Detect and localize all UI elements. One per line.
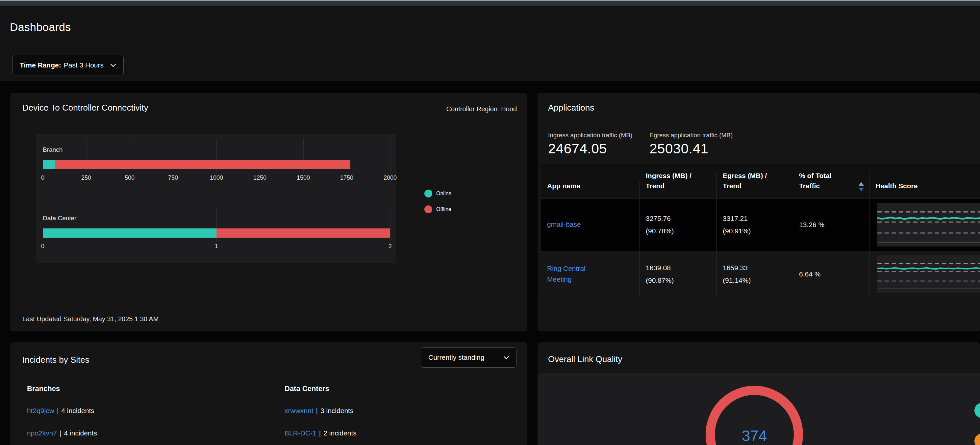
site-link[interactable]: ht2q9jcw — [27, 407, 54, 415]
page-header: Dashboards — [0, 6, 980, 49]
axis-tick-label: 0 — [41, 174, 45, 181]
incident-count: 4 incidents — [64, 429, 97, 437]
incidents-filter-value: Currently standing — [428, 354, 484, 361]
axis-tick-label: 1250 — [253, 174, 266, 181]
axis-tick-label: 0 — [41, 243, 45, 250]
ingress-cell: 3275.76 (90.78%) — [640, 198, 717, 251]
column-header-ingress[interactable]: Ingress (MB) / Trend — [640, 171, 717, 198]
bar-segment-offline[interactable] — [55, 160, 350, 169]
app-name-cell: gmail-base — [541, 198, 640, 251]
chart-legend: Online Offline — [424, 190, 451, 221]
offline-dot-icon — [424, 206, 432, 213]
axis-tick-label: 1 — [215, 243, 218, 250]
axis-ticks: 012 — [43, 243, 390, 252]
incident-list-item: BLR-DC-1|2 incidents — [285, 429, 356, 437]
incident-list-item: ht2q9jcw|4 incidents — [27, 407, 94, 415]
incident-count: 3 incidents — [320, 407, 353, 415]
data-centers-heading: Data Centers — [285, 384, 329, 393]
incidents-card: Incidents by Sites Currently standing Br… — [10, 342, 527, 445]
bar-segment-online[interactable] — [43, 228, 216, 238]
site-link[interactable]: npo2kvn7 — [27, 429, 57, 437]
dashboard-grid: Device To Controller Connectivity Contro… — [0, 81, 980, 445]
column-header-app-name[interactable]: App name — [541, 181, 640, 198]
device-connectivity-title: Device To Controller Connectivity — [22, 103, 148, 113]
table-row: gmail-base 3275.76 (90.78%) 3317.21 (90.… — [541, 198, 980, 251]
branch-bar-subplot: Branch 025050075010001250150017502000 — [43, 139, 390, 188]
legend-item-offline[interactable]: Offline — [424, 206, 451, 213]
traffic-metrics: Ingress application traffic (MB) 24674.0… — [548, 132, 733, 157]
branches-heading: Branches — [27, 384, 60, 393]
egress-cell: 3317.21 (90.91%) — [717, 198, 793, 251]
applications-card: Applications Ingress application traffic… — [538, 93, 980, 332]
site-link[interactable]: xrwwxnnt — [285, 407, 313, 415]
separator: | — [313, 407, 320, 415]
health-score-sparkline — [877, 203, 980, 247]
app-link[interactable]: Ring Central Meeting — [547, 263, 601, 285]
metric-label: Egress application traffic (MB) — [649, 132, 733, 139]
axis-tick-label: 1500 — [297, 174, 310, 181]
table-header-row: App name Ingress (MB) / Trend Egress (MB… — [541, 164, 980, 198]
filter-toolbar: Time Range: Past 3 Hours — [0, 49, 980, 81]
egress-cell: 1659.33 (91.14%) — [717, 251, 793, 297]
online-dot-icon — [424, 190, 432, 198]
link-quality-card: Overall Link Quality 374 — [538, 342, 980, 445]
metric-value: 24674.05 — [548, 141, 632, 157]
chevron-down-icon — [110, 64, 116, 67]
health-score-cell — [869, 251, 980, 297]
separator: | — [57, 429, 64, 437]
time-range-value: Past 3 Hours — [64, 61, 103, 69]
legend-item-online[interactable]: Online — [424, 190, 451, 198]
column-header-egress[interactable]: Egress (MB) / Trend — [717, 171, 793, 198]
total-traffic-cell: 13.26 % — [793, 198, 869, 251]
device-connectivity-chart: Branch 025050075010001250150017502000 Da… — [35, 134, 396, 263]
teal-legend-dot-icon — [974, 403, 980, 418]
legend-label: Online — [436, 191, 451, 196]
page-title: Dashboards — [10, 21, 71, 33]
time-range-label: Time Range: — [20, 61, 61, 69]
health-score-cell — [869, 198, 980, 251]
incident-list-item: npo2kvn7|4 incidents — [27, 429, 97, 437]
ingress-cell: 1639.08 (90.87%) — [640, 251, 717, 297]
sort-ascending-triangle-icon — [859, 182, 864, 186]
incidents-filter-dropdown[interactable]: Currently standing — [421, 347, 517, 368]
table-row: Ring Central Meeting 1639.08 (90.87%) 16… — [541, 251, 980, 297]
axis-tick-label: 250 — [81, 174, 91, 181]
link-quality-title: Overall Link Quality — [548, 354, 622, 364]
incidents-title: Incidents by Sites — [22, 355, 89, 365]
separator: | — [317, 429, 323, 437]
applications-table: App name Ingress (MB) / Trend Egress (MB… — [541, 164, 980, 297]
column-header-total-traffic[interactable]: % of Total Traffic — [793, 171, 869, 198]
site-link[interactable]: BLR-DC-1 — [285, 429, 317, 437]
sort-control[interactable] — [859, 182, 864, 191]
stacked-bar — [43, 160, 390, 169]
incident-count: 4 incidents — [61, 407, 94, 415]
applications-title: Applications — [548, 103, 594, 113]
ingress-metric: Ingress application traffic (MB) 24674.0… — [548, 132, 632, 157]
separator: | — [54, 407, 61, 415]
legend-label: Offline — [436, 206, 451, 212]
metric-value: 25030.41 — [649, 141, 733, 157]
stacked-bar — [43, 228, 390, 238]
device-connectivity-card: Device To Controller Connectivity Contro… — [10, 93, 527, 332]
gauge-value: 374 — [706, 427, 803, 445]
bar-category-label: Branch — [43, 146, 62, 153]
app-link[interactable]: gmail-base — [547, 219, 601, 230]
controller-region-label: Controller Region: Hood — [446, 105, 517, 113]
bar-category-label: Data Center — [43, 215, 76, 222]
bar-segment-online[interactable] — [43, 160, 55, 169]
time-range-dropdown[interactable]: Time Range: Past 3 Hours — [12, 55, 124, 75]
last-updated-text: Last Updated Saturday, May 31, 2025 1:30… — [22, 315, 159, 323]
axis-tick-label: 2 — [388, 243, 392, 250]
column-header-health-score[interactable]: Health Score — [869, 181, 980, 198]
incident-list-item: xrwwxnnt|3 incidents — [285, 407, 353, 415]
metric-label: Ingress application traffic (MB) — [548, 132, 632, 139]
os-titlebar — [0, 0, 980, 6]
axis-tick-label: 1000 — [210, 174, 223, 181]
axis-ticks: 025050075010001250150017502000 — [43, 174, 390, 183]
chevron-down-icon — [503, 356, 509, 359]
incident-count: 2 incidents — [323, 429, 356, 437]
data-center-bar-subplot: Data Center 012 — [43, 207, 390, 257]
bar-segment-offline[interactable] — [216, 228, 390, 238]
link-quality-gauge-panel: 374 — [538, 373, 980, 445]
axis-tick-label: 500 — [125, 174, 135, 181]
